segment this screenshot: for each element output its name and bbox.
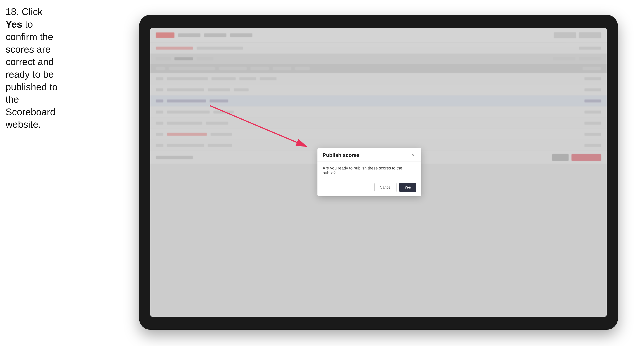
close-icon: × [412, 153, 414, 158]
modal-title: Publish scores [323, 152, 360, 158]
modal-message: Are you ready to publish these scores to… [323, 166, 416, 175]
modal-footer: Cancel Yes [318, 179, 421, 196]
modal-close-button[interactable]: × [410, 152, 416, 158]
tablet-device: Publish scores × Are you ready to publis… [139, 15, 618, 330]
yes-button[interactable]: Yes [399, 183, 416, 192]
modal-overlay: Publish scores × Are you ready to publis… [150, 28, 607, 317]
tablet-screen: Publish scores × Are you ready to publis… [150, 28, 607, 317]
modal-header: Publish scores × [318, 148, 421, 162]
modal-body: Are you ready to publish these scores to… [318, 162, 421, 179]
cancel-button[interactable]: Cancel [374, 183, 397, 192]
instruction-text: 18. Click Yes to confirm the scores are … [6, 5, 59, 131]
publish-scores-modal: Publish scores × Are you ready to publis… [318, 148, 421, 196]
